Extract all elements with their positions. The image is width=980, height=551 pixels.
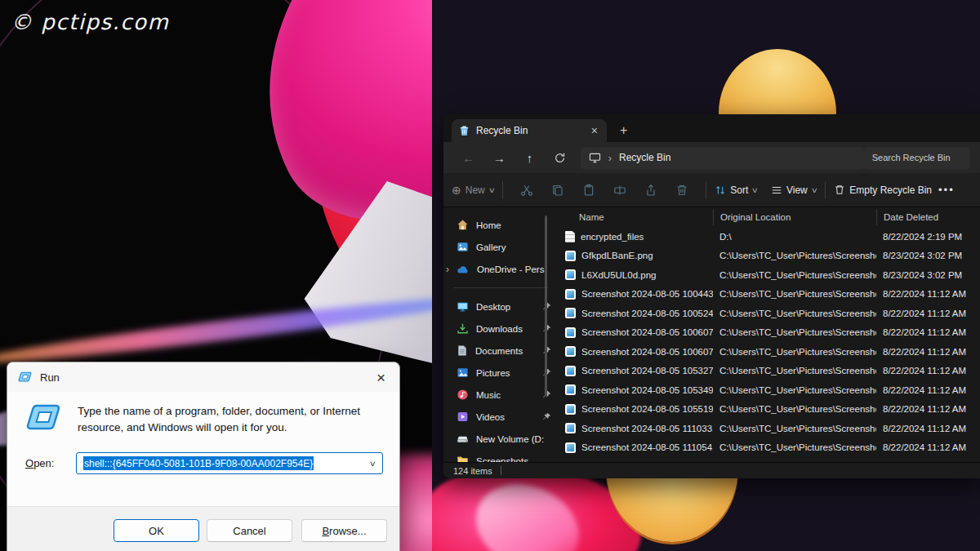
recycle-bin-icon	[459, 125, 470, 136]
sidebar-item-onedrive[interactable]: › OneDrive - Pers	[443, 258, 556, 280]
back-button[interactable]: ←	[453, 151, 483, 165]
column-header-date[interactable]: Date Deleted	[876, 209, 980, 225]
up-button[interactable]: ↑	[514, 151, 545, 165]
search-input[interactable]: Search Recycle Bin	[864, 147, 970, 169]
table-row[interactable]: Screenshot 2024-08-05 100607.png C:\User…	[561, 342, 980, 362]
watermark: © pctips.com	[11, 10, 169, 34]
browse-button[interactable]: Browse...	[301, 519, 387, 542]
file-date: 8/22/2024 11:12 AM	[876, 424, 980, 433]
run-dialog-title: Run	[40, 371, 60, 384]
rename-button[interactable]	[604, 184, 635, 197]
open-label: Open:	[25, 457, 65, 469]
file-location: C:\Users\TC_User\Pictures\Screenshots	[713, 366, 876, 375]
file-date: 8/22/2024 2:19 PM	[876, 232, 980, 242]
file-location: C:\Users\TC_User\Pictures\Screenshots	[713, 251, 876, 260]
file-location: C:\Users\TC_User\Pictures\Screenshots	[713, 289, 876, 299]
table-row[interactable]: Screenshot 2024-08-05 105327.png C:\User…	[561, 362, 980, 381]
onedrive-icon	[457, 264, 470, 274]
file-location: C:\Users\TC_User\Pictures\Screenshots	[713, 442, 876, 452]
table-row[interactable]: Screenshot 2024-08-05 111054.png C:\User…	[561, 438, 980, 458]
breadcrumb[interactable]: Recycle Bin	[619, 152, 670, 163]
image-file-icon	[565, 346, 576, 357]
tab-recycle-bin[interactable]: Recycle Bin ×	[452, 119, 607, 142]
wallpaper-yellow-gummy-top	[719, 49, 836, 116]
table-row[interactable]: Screenshot 2024-08-05 111033.png C:\User…	[561, 419, 980, 438]
sidebar-item-music[interactable]: Music	[443, 384, 556, 406]
image-file-icon	[565, 289, 576, 300]
sort-button[interactable]: Sort ∨	[715, 184, 758, 196]
close-icon[interactable]: ×	[373, 370, 389, 385]
sidebar-item-gallery[interactable]: Gallery	[443, 236, 556, 258]
ok-button[interactable]: OK	[114, 519, 199, 542]
address-bar[interactable]: › Recycle Bin	[581, 147, 864, 169]
home-icon	[457, 219, 469, 231]
new-tab-button[interactable]: +	[620, 123, 627, 138]
file-date: 8/22/2024 11:12 AM	[876, 385, 980, 395]
paste-button[interactable]	[573, 184, 604, 197]
navigation-sidebar: Home Gallery › OneDrive - Pers Deskt	[443, 207, 556, 478]
run-dialog-titlebar[interactable]: Run ×	[7, 362, 399, 392]
sidebar-item-desktop[interactable]: Desktop	[443, 295, 556, 318]
file-name: L6XdU5UL0d.png	[581, 270, 656, 280]
refresh-button[interactable]	[545, 152, 575, 164]
column-headers: Name Original Location Date Deleted	[561, 207, 980, 227]
file-date: 8/22/2024 11:12 AM	[876, 289, 980, 299]
delete-button[interactable]	[666, 184, 697, 197]
pictures-icon	[457, 367, 469, 379]
column-header-location[interactable]: Original Location	[713, 209, 876, 225]
tab-close-icon[interactable]: ×	[590, 125, 599, 136]
table-row[interactable]: Screenshot 2024-08-05 100607 - Co... C:\…	[561, 323, 980, 343]
sidebar-item-home[interactable]: Home	[443, 214, 556, 236]
forward-button[interactable]: →	[483, 151, 514, 165]
view-button[interactable]: View ∨	[771, 184, 817, 196]
table-row[interactable]: Screenshot 2024-08-05 105349.png C:\User…	[561, 380, 980, 400]
sidebar-item-new-volume[interactable]: New Volume (D:	[443, 428, 556, 450]
chevron-down-icon[interactable]: ∨	[369, 460, 376, 468]
file-name: encrypted_files	[581, 232, 644, 242]
empty-recycle-bin-button[interactable]: Empty Recycle Bin	[834, 184, 932, 196]
sidebar-item-documents[interactable]: Documents	[443, 340, 556, 362]
image-file-icon	[565, 251, 576, 261]
file-location: C:\Users\TC_User\Pictures\Screenshots	[713, 270, 876, 280]
run-dialog-footer: OK Cancel Browse...	[7, 506, 399, 551]
music-icon	[457, 389, 469, 401]
left-wallpaper: © pctips.com Run × Type the name of a pr…	[0, 0, 432, 551]
new-button[interactable]: ⊕ New ∨	[452, 184, 494, 197]
expand-chevron-icon[interactable]: ›	[446, 264, 449, 275]
documents-icon	[457, 344, 468, 357]
table-row[interactable]: Screenshot 2024-08-05 105519.png C:\User…	[561, 400, 980, 420]
drive-icon	[457, 433, 469, 444]
cancel-button[interactable]: Cancel	[207, 519, 292, 542]
item-count: 124 items	[453, 466, 492, 476]
file-date: 8/22/2024 11:12 AM	[876, 309, 980, 318]
file-name: Screenshot 2024-08-05 100607 - Co...	[581, 327, 713, 337]
copy-button[interactable]	[542, 184, 573, 197]
column-header-name[interactable]: Name	[561, 209, 713, 225]
tab-bar: Recycle Bin × +	[443, 114, 980, 142]
cut-button[interactable]	[511, 184, 542, 197]
file-location: C:\Users\TC_User\Pictures\Screenshots	[713, 385, 876, 395]
open-input[interactable]: shell:::{645FF040-5081-101B-9F08-00AA002…	[76, 452, 383, 474]
table-row[interactable]: Screenshot 2024-08-05 100524.png C:\User…	[561, 304, 980, 323]
image-file-icon	[565, 442, 576, 453]
more-options-button[interactable]: •••	[938, 184, 955, 196]
trash-icon	[834, 184, 845, 196]
table-row[interactable]: L6XdU5UL0d.png C:\Users\TC_User\Pictures…	[561, 265, 980, 285]
sidebar-item-videos[interactable]: Videos	[443, 406, 556, 428]
table-row[interactable]: GfkpdLBanE.png C:\Users\TC_User\Pictures…	[561, 247, 980, 266]
file-date: 8/22/2024 11:12 AM	[876, 404, 980, 414]
file-location: C:\Users\TC_User\Pictures\Screenshots	[713, 309, 876, 318]
table-row[interactable]: encrypted_files D:\ 8/22/2024 2:19 PM	[561, 227, 980, 247]
toolbar-divider	[502, 181, 503, 199]
chevron-down-icon: ∨	[810, 186, 817, 194]
chevron-down-icon: ∨	[751, 186, 759, 194]
share-button[interactable]	[635, 184, 666, 197]
sidebar-item-pictures[interactable]: Pictures	[443, 362, 556, 384]
file-location: C:\Users\TC_User\Pictures\Screenshots	[713, 327, 876, 337]
image-file-icon	[565, 423, 576, 433]
image-file-icon	[565, 366, 576, 376]
table-row[interactable]: Screenshot 2024-08-05 100443.png C:\User…	[561, 285, 980, 304]
image-file-icon	[565, 269, 576, 280]
sidebar-scrollbar[interactable]	[545, 216, 547, 397]
sidebar-item-downloads[interactable]: Downloads	[443, 318, 556, 340]
